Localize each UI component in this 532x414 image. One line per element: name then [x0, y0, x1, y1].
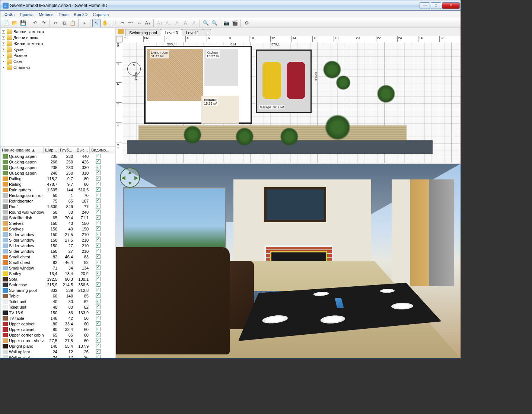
menu-edit[interactable]: Правка	[17, 12, 36, 17]
furniture-row[interactable]: Quaking aspen240250310	[0, 170, 115, 176]
visible-checkbox[interactable]	[96, 187, 101, 192]
room-tool[interactable]: ▱	[118, 19, 126, 27]
furniture-row[interactable]: Toilet unit408062	[0, 304, 115, 310]
furniture-row[interactable]: Stair case215,9214,5356,5	[0, 282, 115, 287]
furniture-row[interactable]: Shelves15040150	[0, 226, 115, 232]
furniture-row[interactable]: Small window7134134	[0, 265, 115, 271]
visible-checkbox[interactable]	[96, 249, 101, 253]
menu-view3d[interactable]: Вид 3D	[71, 12, 90, 17]
visible-checkbox[interactable]	[96, 243, 101, 248]
furniture-list-header[interactable]: Наименование ▲ Шир... Глуб... Выс... Вид…	[0, 147, 115, 153]
text-color[interactable]: A	[173, 19, 181, 27]
furniture-row[interactable]: Toilet unit408062	[0, 299, 115, 304]
furniture-row[interactable]: Smiley13,413,420,9	[0, 271, 115, 276]
3d-view[interactable]: ▲▼ ◀▶	[116, 164, 461, 358]
visible-checkbox[interactable]	[96, 327, 101, 331]
visible-checkbox[interactable]	[96, 355, 101, 359]
polyline-tool[interactable]: 〰	[127, 19, 135, 27]
titlebar[interactable]: ⌂ SweetHome3DExample7.sh3d - Sweet Home …	[0, 0, 461, 11]
furniture-row[interactable]: Rectangular mirror50170	[0, 192, 115, 198]
visible-checkbox[interactable]	[96, 338, 101, 343]
visible-checkbox[interactable]	[96, 277, 101, 281]
bush-icon[interactable]	[323, 60, 341, 79]
text-size-up[interactable]: A↑	[156, 19, 164, 27]
col-name[interactable]: Наименование ▲	[0, 147, 44, 153]
furniture-row[interactable]: TV table1484250	[0, 315, 115, 321]
visible-checkbox[interactable]	[96, 221, 101, 225]
photo-button[interactable]: 📷	[222, 19, 230, 27]
cut-button[interactable]: ✂	[51, 19, 60, 27]
furniture-row[interactable]: Upper cabinet8033,460	[0, 327, 115, 332]
furniture-row[interactable]: Upright piano14055,4107,9	[0, 343, 115, 349]
select-tool[interactable]: ↖	[92, 19, 101, 27]
bush-icon[interactable]	[377, 85, 395, 103]
col-visible[interactable]: Видимо...	[90, 147, 106, 153]
menu-plan[interactable]: План	[56, 12, 71, 17]
bush-icon[interactable]	[235, 127, 254, 146]
wall-tool[interactable]: ⬚	[109, 19, 118, 27]
redo-button[interactable]: ↷	[39, 19, 48, 27]
minimize-button[interactable]: —	[420, 2, 430, 9]
col-height[interactable]: Выс...	[74, 147, 90, 153]
furniture-row[interactable]: Quaking aspen235230330	[0, 165, 115, 170]
zoom-out-button[interactable]: 🔍	[210, 19, 219, 27]
save-button[interactable]: 💾	[19, 19, 27, 27]
menu-file[interactable]: Файл	[2, 12, 17, 17]
menu-help[interactable]: Справка	[90, 12, 111, 17]
visible-checkbox[interactable]	[96, 271, 101, 276]
visible-checkbox[interactable]	[96, 293, 101, 298]
furniture-row[interactable]: Table6014085	[0, 293, 115, 299]
visible-checkbox[interactable]	[96, 282, 101, 287]
visible-checkbox[interactable]	[96, 198, 101, 203]
text-size-down[interactable]: A↓	[164, 19, 172, 27]
furniture-row[interactable]: Quaking aspen268250426	[0, 159, 115, 165]
catalog-folder[interactable]: +Свет	[1, 58, 114, 64]
furniture-row[interactable]: TV 16:915033133,9	[0, 310, 115, 315]
visible-checkbox[interactable]	[96, 332, 101, 337]
visible-checkbox[interactable]	[96, 265, 101, 270]
tab-level-0[interactable]: Level 0	[161, 29, 182, 36]
nav-compass-3d[interactable]: ▲▼ ◀▶	[120, 168, 140, 188]
visible-checkbox[interactable]	[96, 310, 101, 315]
furniture-row[interactable]: Roof1 60984977	[0, 204, 115, 209]
furniture-row[interactable]: Sofa192,590,3100,1	[0, 276, 115, 282]
furniture-row[interactable]: Slider window15027210	[0, 243, 115, 248]
visible-checkbox[interactable]	[96, 305, 101, 309]
catalog-folder[interactable]: +Двери и окна	[1, 35, 114, 41]
visible-checkbox[interactable]	[96, 344, 101, 348]
car-yellow[interactable]	[262, 62, 281, 99]
visible-checkbox[interactable]	[96, 321, 101, 326]
visible-checkbox[interactable]	[96, 159, 101, 164]
floorplan[interactable]: Living room31,47 м² Kitchen13,37 м² Entr…	[144, 46, 300, 124]
open-button[interactable]: 📂	[10, 19, 19, 27]
visible-checkbox[interactable]	[96, 204, 101, 208]
close-button[interactable]: ✕	[442, 2, 460, 9]
furniture-row[interactable]: Quaking aspen235230440	[0, 153, 115, 159]
col-width[interactable]: Шир...	[44, 147, 58, 153]
bold-button[interactable]: A	[181, 19, 189, 27]
visible-checkbox[interactable]	[96, 316, 101, 320]
new-button[interactable]: 📄	[2, 19, 10, 27]
catalog-folder[interactable]: +Ванная комната	[1, 29, 114, 35]
furniture-row[interactable]: Slider window15027,5210	[0, 232, 115, 237]
catalog-folder[interactable]: +Жилая комната	[1, 41, 114, 47]
home-icon[interactable]	[118, 29, 124, 34]
furniture-row[interactable]: Slider window15027,5210	[0, 237, 115, 243]
visible-checkbox[interactable]	[96, 288, 101, 292]
visible-checkbox[interactable]	[96, 254, 101, 259]
tab-level-1[interactable]: Level 1	[182, 29, 203, 36]
plan-canvas[interactable]: -20м246810121416182022242628 0м246810 N …	[116, 36, 461, 163]
visible-checkbox[interactable]	[96, 182, 101, 186]
bush-icon[interactable]	[280, 127, 299, 146]
pan-tool[interactable]: ✋	[101, 19, 109, 27]
undo-button[interactable]: ↶	[31, 19, 39, 27]
bush-icon[interactable]	[325, 114, 351, 140]
visible-checkbox[interactable]	[96, 171, 101, 175]
furniture-row[interactable]: Refridgerator7565167	[0, 198, 115, 204]
visible-checkbox[interactable]	[96, 226, 101, 231]
video-button[interactable]: 🎬	[231, 19, 239, 27]
preferences-button[interactable]: ⚙	[243, 19, 251, 27]
visible-checkbox[interactable]	[96, 238, 101, 242]
visible-checkbox[interactable]	[96, 193, 101, 197]
catalog-folder[interactable]: +Разное	[1, 52, 114, 58]
